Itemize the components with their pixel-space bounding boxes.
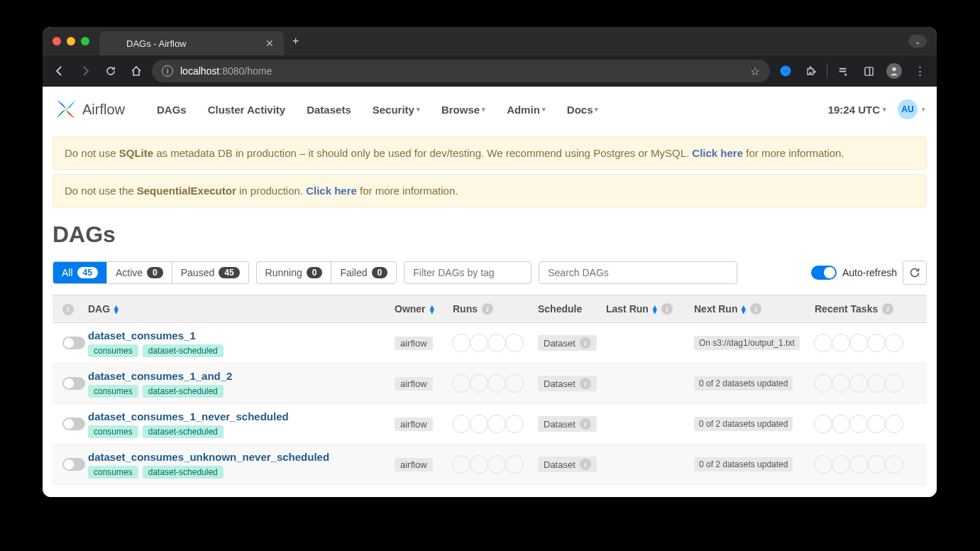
task-circle[interactable] [814,455,832,474]
dag-pause-toggle[interactable] [62,377,85,390]
close-window-button[interactable] [53,37,61,45]
sidepanel-icon[interactable] [859,61,879,81]
run-circle[interactable] [470,415,488,433]
alert-link[interactable]: Click here [306,185,357,197]
next-run-pill[interactable]: On s3://dag1/output_1.txt [694,336,800,350]
filter-pill-all[interactable]: All45 [53,262,107,283]
info-icon[interactable]: i [750,303,761,315]
run-circle[interactable] [505,415,524,433]
dag-tag[interactable]: dataset-scheduled [143,344,224,357]
back-button[interactable] [50,61,70,81]
owner-pill[interactable]: airflow [395,458,433,471]
task-circle[interactable] [814,374,832,393]
info-icon[interactable]: i [580,459,591,470]
schedule-pill[interactable]: Dataset i [538,457,597,472]
task-circle[interactable] [867,334,886,352]
info-icon[interactable]: i [580,337,591,349]
dag-tag[interactable]: consumes [88,385,138,398]
minimize-window-button[interactable] [67,37,75,45]
run-circle[interactable] [470,374,488,393]
task-circle[interactable] [814,334,832,352]
task-circle[interactable] [849,334,868,352]
dag-pause-toggle[interactable] [62,458,85,471]
run-circle[interactable] [452,415,470,433]
dag-link[interactable]: dataset_consumes_unknown_never_scheduled [88,451,395,463]
filter-pill-paused[interactable]: Paused45 [172,262,248,283]
info-icon[interactable]: i [482,303,493,315]
next-run-pill[interactable]: 0 of 2 datasets updated [694,457,793,471]
tabs-dropdown-button[interactable]: ⌄ [908,35,927,48]
dag-tag[interactable]: dataset-scheduled [143,385,224,398]
task-circle[interactable] [849,455,868,474]
filter-pill-failed[interactable]: Failed0 [331,262,396,283]
extensions-icon[interactable] [801,61,821,81]
dag-pause-toggle[interactable] [62,418,85,430]
column-header-dag[interactable]: DAG▴▾ [88,303,395,315]
filter-pill-running[interactable]: Running0 [257,262,332,283]
task-circle[interactable] [867,455,886,474]
run-circle[interactable] [505,334,524,352]
owner-pill[interactable]: airflow [395,377,433,391]
info-icon[interactable]: i [580,418,591,430]
dag-pause-toggle[interactable] [62,337,85,349]
nav-item-docs[interactable]: Docs▾ [556,98,610,121]
run-circle[interactable] [505,455,524,474]
owner-pill[interactable]: airflow [395,418,433,431]
forward-button[interactable] [75,61,95,81]
task-circle[interactable] [849,415,868,433]
task-circle[interactable] [832,374,850,393]
run-circle[interactable] [452,374,470,393]
task-circle[interactable] [885,374,903,393]
refresh-button[interactable] [903,261,927,285]
dag-tag[interactable]: consumes [88,466,138,479]
task-circle[interactable] [867,415,886,433]
task-circle[interactable] [832,415,850,433]
task-circle[interactable] [885,455,903,474]
column-header-nextrun[interactable]: Next Run▴▾i [694,303,815,315]
dag-tag[interactable]: dataset-scheduled [143,466,224,479]
nav-item-browse[interactable]: Browse▾ [431,98,496,121]
site-info-icon[interactable]: i [162,65,173,77]
browser-tab[interactable]: DAGs - Airflow ✕ [99,31,284,55]
chrome-menu-icon[interactable]: ⋮ [910,61,930,81]
dag-link[interactable]: dataset_consumes_1 [88,329,395,342]
dag-tag[interactable]: consumes [88,425,138,438]
tag-filter-input[interactable] [404,261,532,284]
auto-refresh-toggle[interactable] [811,266,837,280]
search-dags-input[interactable] [539,261,737,284]
maximize-window-button[interactable] [81,37,89,45]
bookmark-star-icon[interactable]: ☆ [750,65,760,78]
address-bar[interactable]: i localhost:8080/home ☆ [152,60,770,82]
dag-link[interactable]: dataset_consumes_1_never_scheduled [88,410,395,422]
run-circle[interactable] [470,334,488,352]
owner-pill[interactable]: airflow [395,337,433,350]
task-circle[interactable] [885,334,903,352]
run-circle[interactable] [452,455,470,474]
task-circle[interactable] [885,415,903,433]
schedule-pill[interactable]: Dataset i [538,376,597,391]
task-circle[interactable] [832,334,850,352]
run-circle[interactable] [488,374,506,393]
dag-tag[interactable]: dataset-scheduled [143,425,224,438]
profile-button[interactable] [884,61,904,81]
media-icon[interactable] [833,61,853,81]
airflow-logo[interactable]: Airflow [54,97,125,121]
task-circle[interactable] [832,455,850,474]
info-icon[interactable]: i [882,303,893,315]
dag-link[interactable]: dataset_consumes_1_and_2 [88,370,395,382]
clock[interactable]: 19:24 UTC▾ [828,104,886,116]
dag-tag[interactable]: consumes [88,344,138,357]
info-icon[interactable]: i [661,303,673,315]
column-header-owner[interactable]: Owner▴▾ [395,303,453,315]
user-menu[interactable]: AU ▾ [898,99,925,119]
nav-item-cluster-activity[interactable]: Cluster Activity [197,98,296,121]
task-circle[interactable] [814,415,832,433]
task-circle[interactable] [849,374,868,393]
alert-link[interactable]: Click here [692,147,743,159]
schedule-pill[interactable]: Dataset i [538,416,597,432]
nav-item-dags[interactable]: DAGs [146,98,197,121]
close-tab-icon[interactable]: ✕ [265,38,274,49]
onepassword-icon[interactable]: ⓿ [776,61,795,81]
run-circle[interactable] [488,455,506,474]
next-run-pill[interactable]: 0 of 2 datasets updated [694,376,793,391]
